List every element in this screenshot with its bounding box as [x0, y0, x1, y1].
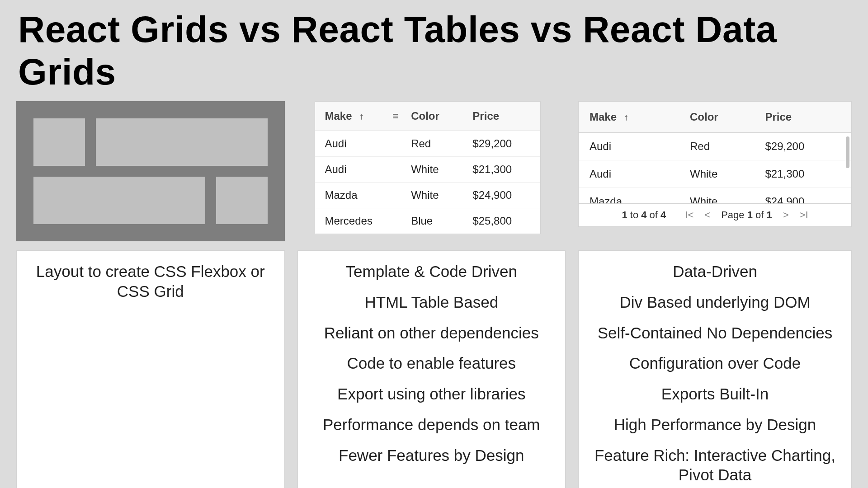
feature-text: Self-Contained No Dependencies	[584, 323, 846, 343]
feature-text: Configuration over Code	[584, 353, 846, 373]
column-datagrids: Make ↑ Color Price AudiRed$29,200AudiWhi…	[578, 101, 852, 488]
last-page-icon[interactable]: >I	[800, 209, 808, 221]
sort-ascending-icon[interactable]: ↑	[624, 112, 628, 122]
feature-text: Exports Built-In	[584, 384, 846, 404]
grids-description: Layout to create CSS Flexbox or CSS Grid	[16, 250, 285, 488]
header-make[interactable]: Make	[325, 110, 352, 122]
feature-text: Data-Driven	[584, 262, 846, 282]
table-row[interactable]: MazdaWhite$24,900	[315, 183, 540, 208]
table-row[interactable]: MazdaWhite$24,900	[579, 188, 851, 203]
table-row[interactable]: AudiWhite$21,300	[315, 157, 540, 183]
tables-description: Template & Code DrivenHTML Table BasedRe…	[297, 250, 566, 488]
grid-cell	[33, 118, 85, 166]
feature-text: Export using other libraries	[303, 384, 560, 404]
table-illustration: Make ↑ ≡ Color Price AudiRed$29,200AudiW…	[297, 101, 566, 241]
feature-text: Feature Rich: Interactive Charting, Pivo…	[584, 446, 846, 485]
grid-cell	[33, 177, 205, 224]
grid-cell	[216, 177, 268, 224]
comparison-columns: Layout to create CSS Flexbox or CSS Grid…	[0, 101, 868, 488]
header-color[interactable]: Color	[690, 111, 765, 123]
grid-cell	[96, 118, 268, 166]
feature-text: Performance depends on team	[303, 415, 560, 435]
feature-text: Reliant on other dependencies	[303, 323, 560, 343]
feature-text: High Performance by Design	[584, 415, 846, 435]
datagrid-illustration: Make ↑ Color Price AudiRed$29,200AudiWhi…	[578, 101, 852, 241]
feature-text: Fewer Features by Design	[303, 446, 560, 465]
column-tables: Make ↑ ≡ Color Price AudiRed$29,200AudiW…	[297, 101, 566, 488]
table-row[interactable]: AudiRed$29,200	[315, 131, 540, 157]
column-grids: Layout to create CSS Flexbox or CSS Grid	[16, 101, 285, 488]
grid-layout-illustration	[16, 101, 285, 241]
sort-ascending-icon[interactable]: ↑	[359, 111, 364, 122]
table-row[interactable]: AudiRed$29,200	[579, 133, 851, 160]
next-page-icon[interactable]: >	[783, 209, 789, 221]
feature-text: Layout to create CSS Flexbox or CSS Grid	[22, 262, 279, 301]
feature-text: Template & Code Driven	[303, 262, 560, 282]
header-price[interactable]: Price	[472, 110, 530, 122]
datagrids-description: Data-DrivenDiv Based underlying DOMSelf-…	[578, 250, 852, 488]
page-indicator: Page 1 of 1	[721, 209, 772, 221]
table-row[interactable]: MercedesBlue$25,800	[315, 208, 540, 234]
feature-text: Div Based underlying DOM	[584, 292, 846, 312]
scrollbar[interactable]	[846, 136, 849, 168]
header-price[interactable]: Price	[765, 111, 841, 123]
prev-page-icon[interactable]: <	[704, 209, 710, 221]
first-page-icon[interactable]: I<	[685, 209, 693, 221]
page-title: React Grids vs React Tables vs React Dat…	[0, 0, 868, 101]
feature-text: HTML Table Based	[303, 292, 560, 312]
row-range: 1 to 4 of 4	[622, 209, 666, 221]
pagination-bar: 1 to 4 of 4 I< < Page 1 of 1 > >I	[579, 203, 851, 226]
header-color[interactable]: Color	[411, 110, 472, 122]
column-menu-icon[interactable]: ≡	[392, 110, 411, 122]
table-row[interactable]: AudiWhite$21,300	[579, 160, 851, 188]
header-make[interactable]: Make	[590, 111, 617, 123]
feature-text: Code to enable features	[303, 353, 560, 373]
